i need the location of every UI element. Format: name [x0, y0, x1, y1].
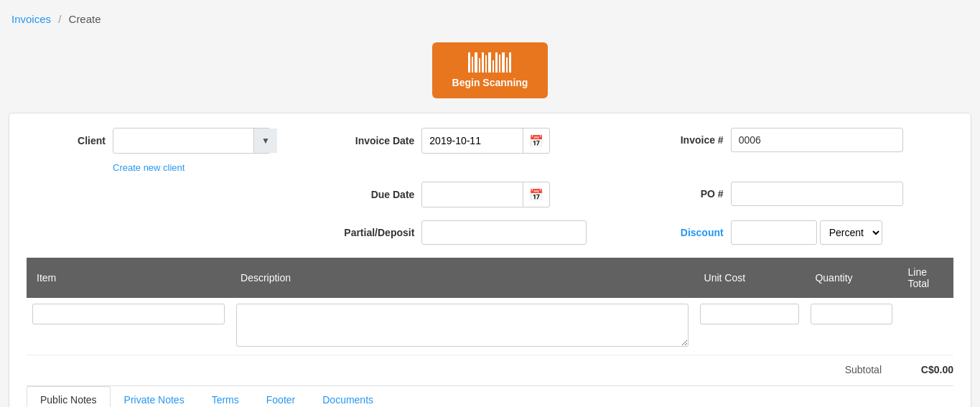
unit-cost-input[interactable]: [700, 304, 800, 324]
scan-button-container: Begin Scanning: [0, 32, 980, 113]
invoice-num-input[interactable]: 0006: [731, 128, 903, 152]
items-table-body: [27, 298, 953, 355]
po-input[interactable]: [731, 182, 903, 206]
main-form-card: Client ▼ Invoice Date 2019-10-11 📅 Invoi…: [9, 113, 971, 407]
invoice-date-calendar-button[interactable]: 📅: [523, 128, 549, 153]
items-table: Item Description Unit Cost Quantity Line…: [27, 258, 953, 355]
tabs-row: Public Notes Private Notes Terms Footer …: [27, 385, 953, 407]
item-cell: [27, 298, 230, 355]
tab-public-notes[interactable]: Public Notes: [27, 386, 111, 407]
breadcrumb-separator: /: [58, 13, 61, 25]
unit-cost-cell: [694, 298, 806, 355]
subtotal-label: Subtotal: [845, 364, 896, 375]
discount-label: Discount: [645, 227, 724, 238]
col-line-header: Line Total: [898, 258, 953, 298]
items-table-header: Item Description Unit Cost Quantity Line…: [27, 258, 953, 298]
discount-type-select[interactable]: Percent Amount: [820, 220, 882, 245]
invoice-date-input[interactable]: 2019-10-11: [422, 129, 523, 152]
tab-private-notes[interactable]: Private Notes: [111, 386, 198, 407]
po-label: PO #: [645, 188, 724, 200]
begin-scanning-button[interactable]: Begin Scanning: [432, 42, 549, 98]
discount-group: Discount Percent Amount: [645, 220, 953, 245]
invoice-date-wrap: 2019-10-11 📅: [421, 128, 550, 154]
due-date-calendar-button[interactable]: 📅: [523, 182, 549, 207]
due-date-input[interactable]: [422, 183, 523, 206]
client-input[interactable]: [113, 129, 253, 152]
barcode-icon: [468, 52, 511, 72]
form-row-partial-discount: Partial/Deposit Discount Percent Amount: [27, 220, 953, 245]
tab-footer-label: Footer: [266, 394, 295, 406]
tab-documents-label: Documents: [322, 394, 373, 406]
tab-documents[interactable]: Documents: [309, 386, 387, 407]
subtotal-value: C$0.00: [896, 364, 953, 375]
invoice-date-label: Invoice Date: [335, 135, 414, 146]
partial-group: Partial/Deposit: [335, 220, 644, 245]
form-row-client-date: Client ▼ Invoice Date 2019-10-11 📅 Invoi…: [27, 128, 953, 154]
due-date-group: Due Date 📅: [335, 182, 644, 207]
description-cell: [230, 298, 694, 355]
partial-input[interactable]: [421, 220, 587, 245]
discount-input[interactable]: [731, 220, 817, 245]
tab-terms[interactable]: Terms: [198, 386, 253, 407]
table-row: [27, 298, 953, 355]
po-group: PO #: [645, 182, 953, 206]
client-dropdown-button[interactable]: ▼: [253, 128, 277, 153]
invoice-num-label: Invoice #: [645, 134, 724, 146]
invoices-link[interactable]: Invoices: [11, 13, 51, 25]
tab-public-notes-label: Public Notes: [40, 394, 97, 406]
item-input[interactable]: [32, 304, 225, 324]
form-row-duedate-po: Due Date 📅 PO #: [27, 182, 953, 207]
col-desc-header: Description: [230, 258, 694, 298]
tab-private-notes-label: Private Notes: [124, 394, 185, 406]
col-unit-header: Unit Cost: [694, 258, 806, 298]
due-date-wrap: 📅: [421, 182, 550, 207]
quantity-input[interactable]: [811, 304, 892, 324]
subtotal-row: Subtotal C$0.00: [27, 355, 953, 383]
client-select-wrap: ▼: [113, 128, 271, 154]
discount-wrap: Percent Amount: [731, 220, 882, 245]
col-qty-header: Quantity: [805, 258, 897, 298]
due-date-label: Due Date: [335, 189, 414, 200]
breadcrumb-current: Create: [69, 13, 101, 25]
partial-label: Partial/Deposit: [335, 227, 414, 238]
quantity-cell: [805, 298, 897, 355]
client-group: Client ▼: [27, 128, 335, 154]
client-label: Client: [27, 135, 106, 146]
scan-button-label: Begin Scanning: [452, 77, 528, 88]
description-textarea[interactable]: [236, 304, 689, 347]
breadcrumb: Invoices / Create: [0, 0, 980, 32]
invoice-date-group: Invoice Date 2019-10-11 📅: [335, 128, 644, 154]
line-total-cell: [898, 298, 953, 355]
invoice-num-group: Invoice # 0006: [645, 128, 953, 152]
create-new-client-link[interactable]: Create new client: [113, 162, 185, 173]
tab-footer[interactable]: Footer: [253, 386, 309, 407]
tab-terms-label: Terms: [212, 394, 239, 406]
col-item-header: Item: [27, 258, 230, 298]
